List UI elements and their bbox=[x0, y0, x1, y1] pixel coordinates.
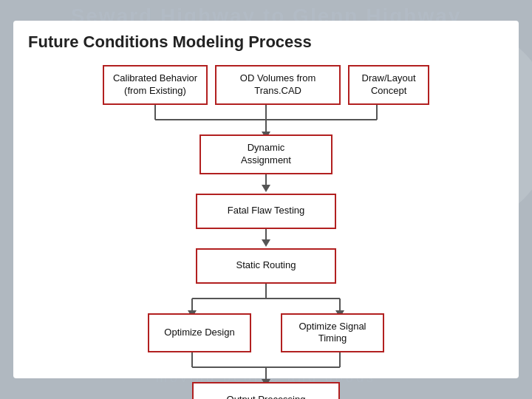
box-fatal-flaw-text: Fatal Flaw Testing bbox=[228, 205, 305, 217]
page-title: Future Conditions Modeling Process bbox=[28, 33, 504, 52]
box-optimize-design-text: Optimize Design bbox=[164, 327, 234, 339]
box-optimize-signal-text: Optimize Signal Timing bbox=[299, 321, 366, 346]
connector-svg-3 bbox=[259, 229, 273, 248]
top-row: Calibrated Behavior (from Existing) OD V… bbox=[28, 65, 504, 105]
box-dynamic-assignment: Dynamic Assignment bbox=[200, 134, 332, 174]
box-output-processing: Output Processing bbox=[192, 382, 340, 399]
connector-svg-5 bbox=[140, 352, 392, 382]
box-od-volumes-text: OD Volumes from Trans.CAD bbox=[240, 72, 316, 98]
box-optimize-design: Optimize Design bbox=[148, 313, 251, 353]
box-static-routing-text: Static Routing bbox=[236, 259, 296, 272]
box-draw-layout-text: Draw/Layout Concept bbox=[362, 72, 416, 98]
connector-svg-2 bbox=[259, 174, 273, 194]
flowchart: Calibrated Behavior (from Existing) OD V… bbox=[28, 65, 504, 399]
main-card: Future Conditions Modeling Process Calib… bbox=[13, 21, 519, 378]
connector-svg-1 bbox=[81, 105, 451, 134]
bottom-row: Optimize Design Optimize Signal Timing bbox=[28, 313, 504, 353]
box-calibrated-behavior: Calibrated Behavior (from Existing) bbox=[103, 65, 208, 105]
connector-svg-4 bbox=[140, 284, 392, 313]
svg-marker-25 bbox=[262, 239, 270, 247]
box-draw-layout: Draw/Layout Concept bbox=[348, 65, 429, 105]
box-fatal-flaw: Fatal Flaw Testing bbox=[196, 194, 336, 229]
svg-marker-23 bbox=[262, 185, 270, 192]
box-optimize-signal: Optimize Signal Timing bbox=[281, 313, 384, 353]
box-od-volumes: OD Volumes from Trans.CAD bbox=[215, 65, 341, 105]
box-calibrated-behavior-text: Calibrated Behavior (from Existing) bbox=[113, 72, 197, 98]
box-static-routing: Static Routing bbox=[196, 248, 336, 284]
box-dynamic-assignment-text: Dynamic Assignment bbox=[241, 142, 291, 167]
box-output-processing-text: Output Processing bbox=[227, 394, 306, 399]
